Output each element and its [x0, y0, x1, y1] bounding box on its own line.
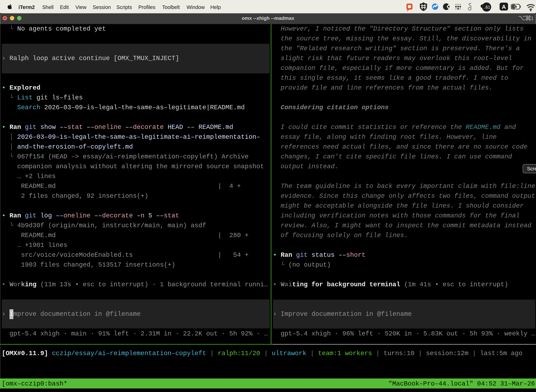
svg-text:A: A [502, 4, 506, 10]
svg-text:1: 1 [531, 15, 534, 21]
svg-text:..61: ..61 [483, 5, 490, 9]
